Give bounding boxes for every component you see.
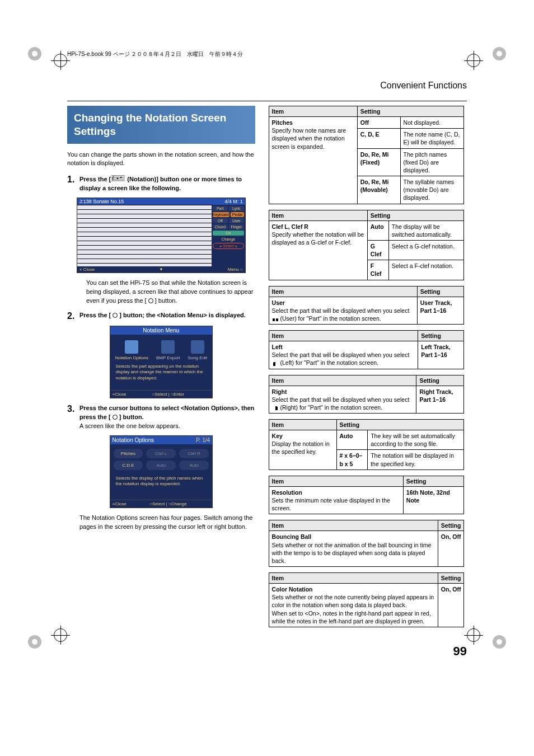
header-rule	[67, 101, 467, 101]
svg-point-7	[496, 639, 502, 645]
step-number: 3.	[67, 404, 79, 431]
step-number: 1.	[67, 175, 79, 193]
table-pitches: ItemSetting PitchesSpecify how note name…	[269, 106, 465, 204]
table-color-notation: ItemSetting Color NotationSets whether o…	[269, 572, 465, 627]
screenshot-notation-options: Notation OptionsP. 1/4 PitchesClef LClef…	[110, 435, 213, 508]
right-hand-icon	[272, 405, 279, 411]
breadcrumb: Convenient Functions	[39, 81, 467, 91]
section-title: Changing the Notation Screen Settings	[67, 106, 255, 144]
step-2-text: Press the [ ] button; the <Notation Menu…	[79, 311, 246, 321]
step-3-text: Press the cursor buttons to select <Nota…	[79, 404, 255, 431]
svg-point-5	[32, 639, 38, 645]
corner-decor	[24, 631, 46, 653]
registration-mark	[467, 54, 480, 67]
step-1-text: Press the [ (Notation)] button one or mo…	[79, 175, 255, 193]
table-key: ItemSetting KeyDisplay the notation in t…	[269, 419, 465, 470]
circle-button-icon	[113, 415, 118, 420]
left-hand-icon	[272, 361, 279, 367]
step-1-note: You can set the HPi-7S so that while the…	[86, 279, 255, 306]
svg-point-1	[32, 51, 38, 57]
table-user: ItemSetting UserSelect the part that wil…	[269, 286, 465, 325]
svg-point-10	[120, 177, 122, 179]
screenshot-notation-menu: Notation Menu Notation Options BMP Expor…	[110, 326, 213, 398]
notation-icon	[111, 175, 125, 184]
step-number: 2.	[67, 311, 79, 321]
registration-mark	[54, 54, 67, 67]
corner-decor	[488, 43, 510, 65]
table-resolution: ItemSetting ResolutionSets the minimum n…	[269, 476, 465, 515]
corner-decor	[24, 43, 46, 65]
corner-decor	[488, 631, 510, 653]
circle-button-icon	[148, 298, 153, 303]
table-bouncing-ball: ItemSetting Bouncing BallSets whether or…	[269, 520, 465, 567]
svg-rect-11	[273, 318, 275, 321]
user-hands-icon	[272, 316, 279, 322]
svg-point-9	[117, 178, 119, 180]
table-right: ItemSetting RightSelect the part that wi…	[269, 375, 465, 414]
table-left: ItemSetting LeftSelect the part that wil…	[269, 330, 465, 369]
svg-rect-12	[276, 318, 278, 321]
circle-button-icon	[113, 313, 118, 318]
page-number: 99	[39, 644, 495, 659]
screenshot-notation: J:138 Sonate No.154/4 M: 1 PartLyric Key…	[77, 198, 246, 273]
svg-point-3	[496, 51, 502, 57]
table-clef: ItemSetting Clef L, Clef RSpecify whethe…	[269, 210, 465, 280]
step-3-footnote: The Notation Options screen has four pag…	[79, 514, 255, 532]
registration-mark	[467, 628, 480, 642]
intro-text: You can change the parts shown in the no…	[67, 151, 255, 168]
book-header: HPi-7S-e.book 99 ページ ２００８年４月２日 水曜日 午前９時４…	[39, 50, 495, 58]
registration-mark	[54, 628, 67, 642]
